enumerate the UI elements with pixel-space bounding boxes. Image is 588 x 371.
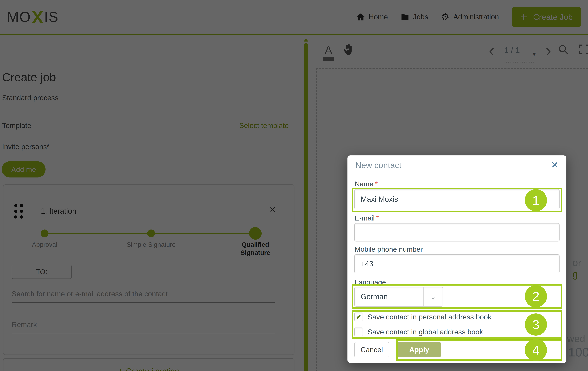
check-icon: ✔ bbox=[356, 314, 362, 320]
language-label: Language bbox=[355, 278, 386, 286]
apply-button[interactable]: Apply bbox=[398, 342, 441, 357]
cancel-button[interactable]: Cancel bbox=[354, 342, 389, 357]
email-label: E-mail* bbox=[355, 214, 379, 222]
email-field[interactable] bbox=[354, 223, 559, 241]
modal-actions: Cancel Apply bbox=[354, 342, 441, 357]
mobile-label: Mobile phone number bbox=[355, 245, 423, 253]
global-address-book-row: ✔ Save contact in global address book bbox=[354, 327, 483, 336]
personal-address-book-row: ✔ Save contact in personal address book bbox=[354, 313, 491, 321]
checkbox-label: Save contact in personal address book bbox=[368, 313, 491, 321]
new-contact-modal: New contact ✕ Name* E-mail* Mobile phone… bbox=[347, 155, 567, 363]
global-address-book-checkbox[interactable]: ✔ bbox=[354, 327, 363, 336]
name-label: Name* bbox=[355, 180, 378, 188]
mobile-phone-field[interactable] bbox=[354, 254, 559, 273]
required-marker: * bbox=[376, 214, 379, 222]
chevron-down-icon: ⌄ bbox=[423, 287, 443, 306]
required-marker: * bbox=[375, 180, 378, 188]
name-field[interactable] bbox=[354, 189, 559, 209]
modal-title: New contact bbox=[355, 160, 401, 170]
close-icon[interactable]: ✕ bbox=[551, 160, 559, 170]
language-selected-value: German bbox=[355, 287, 423, 306]
personal-address-book-checkbox[interactable]: ✔ bbox=[354, 313, 363, 321]
checkbox-label: Save contact in global address book bbox=[368, 328, 483, 336]
modal-header: New contact ✕ bbox=[347, 155, 567, 175]
language-select[interactable]: German ⌄ bbox=[354, 287, 443, 306]
